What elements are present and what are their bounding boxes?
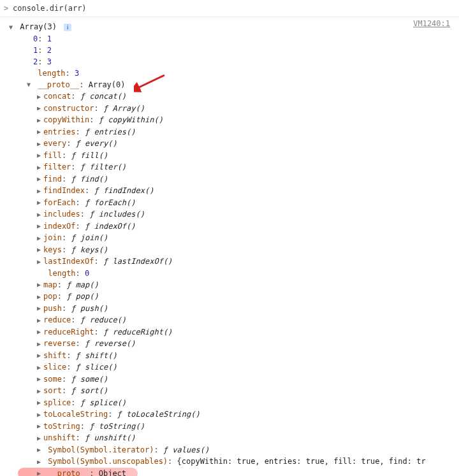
- expand-toggle-icon[interactable]: ▶: [37, 468, 43, 476]
- expand-toggle-icon[interactable]: ▶: [37, 209, 43, 220]
- fn-glyph: ƒ: [71, 375, 75, 384]
- array-index-row: 1: 2: [9, 45, 459, 56]
- expand-toggle-icon[interactable]: ▶: [37, 397, 43, 408]
- fn-glyph: ƒ: [66, 292, 71, 301]
- method-name: reverse: [43, 339, 76, 348]
- prop-key: __proto__: [48, 469, 89, 477]
- expand-toggle-icon[interactable]: ▶: [37, 326, 43, 338]
- proto-method-row[interactable]: ▶forEach: ƒ forEach(): [9, 197, 459, 209]
- expand-toggle-icon[interactable]: ▶: [37, 315, 43, 326]
- expand-toggle-icon[interactable]: ▶: [37, 115, 43, 126]
- method-name: shift: [43, 351, 66, 360]
- proto-method-row[interactable]: ▶findIndex: ƒ findIndex(): [9, 185, 459, 197]
- proto-method-row[interactable]: ▶find: ƒ find(): [9, 173, 459, 185]
- proto-method-row[interactable]: ▶every: ƒ every(): [9, 138, 459, 150]
- source-link[interactable]: VM1240:1: [413, 18, 450, 29]
- fn-glyph: ƒ: [71, 386, 75, 395]
- proto-method-row[interactable]: ▶copyWithin: ƒ copyWithin(): [9, 114, 459, 126]
- proto-method-row[interactable]: ▶map: ƒ map(): [9, 279, 459, 291]
- expand-toggle-icon[interactable]: ▶: [37, 433, 43, 444]
- fn-sig: find(): [80, 175, 108, 184]
- expand-toggle-icon[interactable]: ▶: [37, 409, 43, 421]
- expand-toggle-icon[interactable]: ▶: [37, 303, 43, 314]
- proto-method-row[interactable]: ▶push: ƒ push(): [9, 303, 459, 315]
- expand-toggle-icon[interactable]: ▼: [9, 22, 15, 33]
- expand-toggle-icon[interactable]: ▶: [37, 362, 43, 373]
- proto-method-row[interactable]: ▶slice: ƒ slice(): [9, 361, 459, 373]
- proto-method-row[interactable]: ▶some: ƒ some(): [9, 373, 459, 386]
- method-name: push: [43, 304, 62, 313]
- expand-toggle-icon[interactable]: ▶: [37, 220, 43, 232]
- proto-method-row[interactable]: ▶concat: ƒ concat(): [9, 90, 459, 103]
- expand-toggle-icon[interactable]: ▶: [37, 421, 43, 432]
- fn-sig: reduce(): [89, 315, 126, 324]
- expand-toggle-icon[interactable]: ▶: [37, 350, 43, 361]
- proto-method-row[interactable]: ▶constructor: ƒ Array(): [9, 103, 459, 115]
- proto-method-row[interactable]: ▶indexOf: ƒ indexOf(): [9, 220, 459, 233]
- fn-sig: fill(): [80, 151, 108, 160]
- info-icon[interactable]: i: [64, 24, 71, 31]
- expand-toggle-icon[interactable]: ▶: [37, 138, 43, 150]
- expand-toggle-icon[interactable]: ▶: [37, 279, 43, 291]
- expand-toggle-icon[interactable]: ▼: [27, 79, 33, 90]
- array-index-row: 2: 3: [9, 56, 459, 68]
- proto-method-row[interactable]: ▶unshift: ƒ unshift(): [9, 432, 459, 444]
- nested-proto-row[interactable]: ▶ __proto__: Object: [9, 468, 459, 477]
- proto-method-row[interactable]: ▶pop: ƒ pop(): [9, 291, 459, 303]
- proto-method-row[interactable]: ▶entries: ƒ entries(): [9, 126, 459, 138]
- proto-method-row[interactable]: ▶includes: ƒ includes(): [9, 208, 459, 220]
- fn-sig: concat(): [89, 92, 126, 101]
- fn-sig: reverse(): [94, 339, 136, 348]
- proto-method-row[interactable]: ▶reduceRight: ƒ reduceRight(): [9, 326, 459, 338]
- proto-method-row[interactable]: ▶fill: ƒ fill(): [9, 150, 459, 162]
- prop-key: Symbol(Symbol.unscopables): [48, 457, 168, 466]
- symbol-unscopables-row[interactable]: ▶ Symbol(Symbol.unscopables): {copyWithi…: [9, 456, 459, 468]
- method-name: every: [43, 139, 66, 148]
- fn-glyph: ƒ: [80, 315, 85, 324]
- expand-toggle-icon[interactable]: ▶: [37, 162, 43, 173]
- fn-glyph: ƒ: [85, 127, 89, 136]
- expand-toggle-icon[interactable]: ▶: [37, 386, 43, 397]
- unscopables-preview: {copyWithin: true, entries: true, fill: …: [177, 457, 426, 466]
- expand-toggle-icon[interactable]: ▶: [37, 338, 43, 350]
- expand-toggle-icon[interactable]: ▶: [37, 173, 43, 185]
- proto-method-row[interactable]: ▶keys: ƒ keys(): [9, 244, 459, 256]
- fn-sig: push(): [80, 304, 108, 313]
- expand-toggle-icon[interactable]: ▶: [37, 185, 43, 197]
- symbol-iterator-row[interactable]: ▶ Symbol(Symbol.iterator): ƒ values(): [9, 444, 459, 456]
- proto-method-row[interactable]: ▶toString: ƒ toString(): [9, 421, 459, 433]
- array-header-row[interactable]: ▼ Array(3) i: [9, 21, 459, 33]
- expand-toggle-icon[interactable]: ▶: [37, 256, 43, 268]
- proto-method-row[interactable]: ▶sort: ƒ sort(): [9, 385, 459, 397]
- proto-method-row[interactable]: ▶filter: ƒ filter(): [9, 161, 459, 173]
- expand-toggle-icon[interactable]: ▶: [37, 373, 43, 385]
- proto-method-row[interactable]: ▶toLocaleString: ƒ toLocaleString(): [9, 408, 459, 421]
- expand-toggle-icon[interactable]: ▶: [37, 444, 43, 456]
- console-output: ▼ Array(3) i 0: 11: 22: 3 length: 3 ▼ __…: [0, 17, 459, 476]
- console-input[interactable]: > console.dir(arr): [0, 0, 459, 17]
- expand-toggle-icon[interactable]: ▶: [37, 456, 43, 468]
- method-name: unshift: [43, 433, 76, 442]
- method-name: reduceRight: [43, 328, 94, 336]
- proto-method-row[interactable]: ▶shift: ƒ shift(): [9, 350, 459, 362]
- expand-toggle-icon[interactable]: ▶: [37, 150, 43, 161]
- expand-toggle-icon[interactable]: ▶: [37, 91, 43, 103]
- expand-toggle-icon[interactable]: ▶: [37, 291, 43, 303]
- proto-row[interactable]: ▼ __proto__: Array(0): [9, 79, 459, 91]
- proto-method-row[interactable]: ▶reduce: ƒ reduce(): [9, 314, 459, 326]
- prop-key: length: [48, 269, 75, 278]
- proto-method-row[interactable]: ▶lastIndexOf: ƒ lastIndexOf(): [9, 256, 459, 268]
- expand-toggle-icon[interactable]: ▶: [37, 103, 43, 114]
- expand-toggle-icon[interactable]: ▶: [37, 197, 43, 208]
- proto-method-row[interactable]: ▶splice: ƒ splice(): [9, 397, 459, 409]
- expand-toggle-icon[interactable]: ▶: [37, 126, 43, 138]
- method-name: findIndex: [43, 186, 85, 195]
- fn-glyph: ƒ: [103, 104, 108, 113]
- fn-sig: lastIndexOf(): [112, 257, 172, 266]
- expand-toggle-icon[interactable]: ▶: [37, 244, 43, 256]
- prop-value: Object: [99, 469, 126, 477]
- proto-method-row[interactable]: ▶reverse: ƒ reverse(): [9, 338, 459, 350]
- fn-glyph: ƒ: [85, 222, 89, 231]
- proto-method-row[interactable]: ▶join: ƒ join(): [9, 232, 459, 244]
- expand-toggle-icon[interactable]: ▶: [37, 233, 43, 244]
